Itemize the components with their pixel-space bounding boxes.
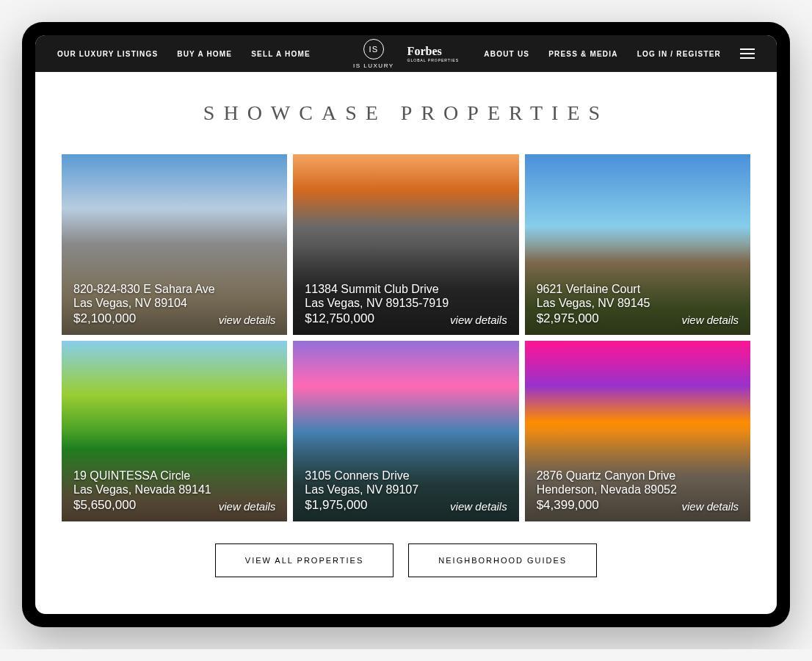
property-overlay: 19 QUINTESSA Circle Las Vegas, Nevada 89…: [62, 460, 287, 521]
view-details-link[interactable]: view details: [450, 314, 507, 326]
property-card[interactable]: 2876 Quartz Canyon Drive Henderson, Neva…: [525, 341, 750, 521]
nav-sell-a-home[interactable]: SELL A HOME: [251, 50, 311, 58]
nav-press-media[interactable]: PRESS & MEDIA: [548, 50, 618, 58]
nav-left: OUR LUXURY LISTINGS BUY A HOME SELL A HO…: [57, 50, 311, 58]
property-card[interactable]: 9621 Verlaine Court Las Vegas, NV 89145 …: [525, 154, 750, 335]
property-address: 820-824-830 E Sahara Ave: [73, 282, 275, 296]
site-header: OUR LUXURY LISTINGS BUY A HOME SELL A HO…: [35, 35, 777, 72]
property-overlay: 3105 Conners Drive Las Vegas, NV 89107 $…: [293, 460, 518, 521]
nav-our-luxury-listings[interactable]: OUR LUXURY LISTINGS: [57, 50, 158, 58]
property-price: $1,975,000: [305, 498, 367, 513]
property-overlay: 11384 Summit Club Drive Las Vegas, NV 89…: [293, 273, 518, 335]
forbes-logo: Forbes GLOBAL PROPERTIES: [407, 45, 459, 62]
nav-right: ABOUT US PRESS & MEDIA LOG IN / REGISTER: [484, 48, 755, 59]
property-address: 2876 Quartz Canyon Drive: [537, 469, 739, 483]
property-address: 11384 Summit Club Drive: [305, 282, 507, 296]
hamburger-menu-icon[interactable]: [740, 48, 755, 59]
property-city: Las Vegas, Nevada 89141: [73, 483, 275, 496]
property-address: 19 QUINTESSA Circle: [73, 469, 275, 483]
view-all-properties-button[interactable]: VIEW ALL PROPERTIES: [215, 543, 394, 577]
view-details-link[interactable]: view details: [450, 500, 507, 513]
property-card[interactable]: 19 QUINTESSA Circle Las Vegas, Nevada 89…: [62, 341, 287, 521]
view-details-link[interactable]: view details: [219, 314, 276, 326]
forbes-name: Forbes: [407, 45, 442, 58]
forbes-subtext: GLOBAL PROPERTIES: [407, 58, 459, 62]
property-address: 3105 Conners Drive: [305, 469, 507, 483]
property-city: Las Vegas, NV 89135-7919: [305, 296, 507, 310]
property-overlay: 2876 Quartz Canyon Drive Henderson, Neva…: [525, 460, 750, 521]
property-card[interactable]: 11384 Summit Club Drive Las Vegas, NV 89…: [293, 154, 518, 335]
property-city: Henderson, Nevada 89052: [537, 483, 739, 496]
properties-grid: 820-824-830 E Sahara Ave Las Vegas, NV 8…: [62, 154, 750, 521]
view-details-link[interactable]: view details: [681, 500, 739, 513]
logo-section[interactable]: IS IS LUXURY Forbes GLOBAL PROPERTIES: [353, 39, 459, 69]
property-overlay: 9621 Verlaine Court Las Vegas, NV 89145 …: [525, 273, 750, 335]
property-card[interactable]: 820-824-830 E Sahara Ave Las Vegas, NV 8…: [62, 154, 287, 335]
property-price: $4,399,000: [537, 498, 599, 513]
property-price: $2,975,000: [537, 311, 599, 326]
property-overlay: 820-824-830 E Sahara Ave Las Vegas, NV 8…: [62, 273, 287, 335]
main-content: SHOWCASE PROPERTIES 820-824-830 E Sahara…: [35, 72, 777, 614]
view-details-link[interactable]: view details: [681, 314, 739, 326]
nav-about-us[interactable]: ABOUT US: [484, 50, 529, 58]
tablet-frame: OUR LUXURY LISTINGS BUY A HOME SELL A HO…: [22, 22, 790, 627]
property-city: Las Vegas, NV 89145: [537, 296, 739, 310]
is-luxury-logo: IS IS LUXURY: [353, 39, 394, 69]
nav-login-register[interactable]: LOG IN / REGISTER: [637, 50, 721, 58]
logo-brand-name: IS LUXURY: [353, 62, 394, 69]
logo-circle-icon: IS: [363, 39, 384, 59]
view-details-link[interactable]: view details: [219, 500, 276, 513]
property-price: $5,650,000: [73, 498, 136, 513]
screen: OUR LUXURY LISTINGS BUY A HOME SELL A HO…: [35, 35, 777, 614]
neighborhood-guides-button[interactable]: NEIGHBORHOOD GUIDES: [408, 543, 597, 577]
property-card[interactable]: 3105 Conners Drive Las Vegas, NV 89107 $…: [293, 341, 518, 521]
property-city: Las Vegas, NV 89104: [73, 296, 275, 310]
property-address: 9621 Verlaine Court: [537, 282, 739, 296]
section-title: SHOWCASE PROPERTIES: [62, 101, 750, 125]
property-price: $12,750,000: [305, 311, 374, 326]
property-price: $2,100,000: [73, 311, 136, 326]
action-buttons: VIEW ALL PROPERTIES NEIGHBORHOOD GUIDES: [62, 543, 750, 577]
nav-buy-a-home[interactable]: BUY A HOME: [177, 50, 232, 58]
property-city: Las Vegas, NV 89107: [305, 483, 507, 496]
